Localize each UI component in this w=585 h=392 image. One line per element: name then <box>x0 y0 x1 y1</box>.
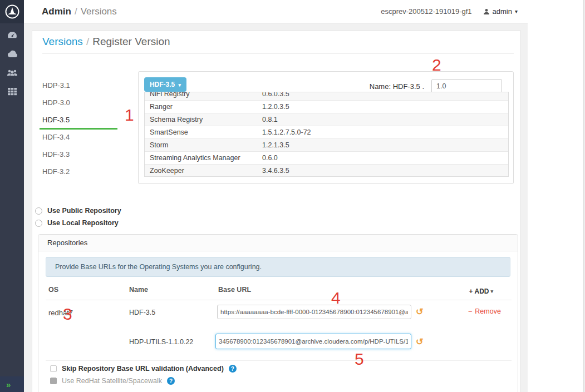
cluster-name: escprev-200512-191019-gf1 <box>381 7 471 16</box>
help-icon[interactable]: ? <box>229 365 237 373</box>
row-divider <box>46 360 512 361</box>
remove-button[interactable]: − Remove <box>468 307 501 315</box>
add-button-label: ADD <box>474 287 489 295</box>
sidebar: » <box>0 0 24 392</box>
service-row: NiFi Registry0.6.0.3.5 <box>145 92 508 101</box>
remove-button-label: Remove <box>475 307 501 315</box>
dashboard-gauge-icon[interactable] <box>6 29 18 41</box>
radio-use-local-repository[interactable]: Use Local Repository <box>35 217 121 229</box>
version-name-label: Name: HDF-3.5 . <box>370 82 424 91</box>
version-dropdown-button[interactable]: HDF-3.5 ▾ <box>144 77 186 92</box>
breadcrumb-separator: / <box>75 6 77 17</box>
version-item-hdf-3-5-selected[interactable]: HDF-3.5 <box>42 111 120 128</box>
top-bar: Admin/Versions escprev-200512-191019-gf1… <box>24 0 528 23</box>
annotation-3: 3 <box>63 306 72 322</box>
user-icon <box>483 8 490 15</box>
app-window: Admin/Versions escprev-200512-191019-gf1… <box>24 0 528 392</box>
checkbox-use-redhat-satellite[interactable]: Use RedHat Satellite/Spacewalk ? <box>50 377 175 385</box>
annotation-2: 2 <box>432 57 441 73</box>
title-divider <box>42 53 514 54</box>
service-name: ZooKeeper <box>145 165 262 177</box>
sidebar-expand-icon[interactable]: » <box>6 380 10 389</box>
service-row: ZooKeeper3.4.6.3.5 <box>145 165 508 177</box>
sidebar-footer: » <box>0 376 24 392</box>
service-version: 1.2.0.3.5 <box>262 101 508 113</box>
info-alert: Provide Base URLs for the Operating Syst… <box>46 257 510 277</box>
radio-use-public-repository[interactable]: Use Public Repository <box>35 205 121 217</box>
minus-icon: − <box>468 307 472 315</box>
versions-link[interactable]: Versions <box>42 36 83 47</box>
version-item-hdp-3-0[interactable]: HDP-3.0 <box>42 94 120 111</box>
cloud-icon[interactable] <box>6 48 18 60</box>
register-version-card: Versions/Register Version HDP-3.1 HDP-3.… <box>32 31 521 392</box>
version-item-hdf-3-3[interactable]: HDF-3.3 <box>42 146 120 163</box>
title-separator: / <box>86 36 89 47</box>
chevron-down-icon: ▾ <box>179 82 181 88</box>
checkbox-icon[interactable] <box>50 378 57 384</box>
chevron-down-icon: ▾ <box>515 8 518 14</box>
column-header-os: OS <box>48 286 58 294</box>
chevron-down-icon: ▾ <box>490 289 493 294</box>
breadcrumb: Admin/Versions <box>42 6 117 17</box>
service-version: 0.8.1 <box>262 113 508 126</box>
content-area: Versions/Register Version HDP-3.1 HDP-3.… <box>24 23 528 392</box>
service-row: Schema Registry0.8.1 <box>145 113 508 126</box>
service-name: Streaming Analytics Manager <box>145 152 262 164</box>
user-menu[interactable]: admin ▾ <box>483 7 518 16</box>
radio-icon[interactable] <box>35 207 42 215</box>
checkbox-label: Skip Repository Base URL validation (Adv… <box>62 365 224 373</box>
service-version: 1.2.1.3.5 <box>262 139 508 151</box>
checkbox-skip-validation[interactable]: Skip Repository Base URL validation (Adv… <box>50 365 237 373</box>
service-row: Ranger1.2.0.3.5 <box>145 101 508 113</box>
service-name: Schema Registry <box>145 113 262 126</box>
base-url-input-hdp-utils[interactable] <box>215 334 411 349</box>
checkbox-label: Use RedHat Satellite/Spacewalk <box>62 377 162 385</box>
service-name: SmartSense <box>145 126 262 138</box>
title-current: Register Version <box>92 36 170 47</box>
repository-choice: Use Public Repository Use Local Reposito… <box>35 205 121 229</box>
version-definition-box: HDF-3.5 ▾ Name: HDF-3.5 . NiFi Registry0… <box>138 71 514 184</box>
plus-icon: + <box>469 287 473 295</box>
ambari-logo[interactable] <box>0 0 24 23</box>
undo-icon[interactable]: ↺ <box>416 307 423 316</box>
column-header-name: Name <box>129 286 148 294</box>
ambari-logo-icon <box>4 4 20 19</box>
version-list: HDP-3.1 HDP-3.0 HDF-3.5 HDF-3.4 HDF-3.3 … <box>42 77 120 180</box>
help-icon[interactable]: ? <box>167 377 175 385</box>
column-header-base-url: Base URL <box>218 286 251 294</box>
version-item-hdf-3-4[interactable]: HDF-3.4 <box>42 128 120 146</box>
radio-label: Use Public Repository <box>47 207 121 215</box>
services-table: NiFi Registry0.6.0.3.5 Ranger1.2.0.3.5 S… <box>144 92 509 177</box>
repositories-panel-title: Repositories <box>38 235 518 251</box>
service-row: Storm1.2.1.3.5 <box>145 139 508 152</box>
service-name: Ranger <box>145 101 262 113</box>
annotation-5: 5 <box>355 351 364 368</box>
undo-icon[interactable]: ↺ <box>416 338 423 346</box>
service-name: NiFi Registry <box>145 92 262 100</box>
base-url-input-hdf[interactable] <box>217 305 411 319</box>
version-dropdown-label: HDF-3.5 <box>150 81 175 88</box>
version-item-hdp-3-1[interactable]: HDP-3.1 <box>42 77 120 94</box>
repo-name-hdp-utils: HDP-UTILS-1.1.0.22 <box>129 338 193 346</box>
service-row: SmartSense1.5.1.2.7.5.0-72 <box>145 126 508 139</box>
service-version: 3.4.6.3.5 <box>262 165 508 177</box>
service-version: 0.6.0.3.5 <box>262 92 508 100</box>
checkbox-icon[interactable] <box>50 365 57 372</box>
service-version: 1.5.1.2.7.5.0-72 <box>262 126 508 138</box>
service-name: Storm <box>145 139 262 151</box>
users-icon[interactable] <box>6 67 18 79</box>
grid-icon[interactable] <box>6 86 18 98</box>
add-button[interactable]: + ADD ▾ <box>469 287 493 295</box>
screen: » Admin/Versions escprev-200512-191019-g… <box>0 0 585 392</box>
annotation-1: 1 <box>125 107 134 123</box>
annotation-4: 4 <box>331 290 341 306</box>
service-row: Streaming Analytics Manager0.6.0 <box>145 152 508 165</box>
repositories-panel: Repositories Provide Base URLs for the O… <box>38 234 518 392</box>
radio-label: Use Local Repository <box>47 219 119 227</box>
breadcrumb-admin-link[interactable]: Admin <box>42 6 71 17</box>
repo-name-hdf: HDF-3.5 <box>129 309 155 316</box>
header-divider <box>46 300 512 300</box>
version-item-hdf-3-2[interactable]: HDF-3.2 <box>42 163 120 180</box>
radio-icon[interactable] <box>35 220 42 227</box>
service-version: 0.6.0 <box>262 152 508 164</box>
